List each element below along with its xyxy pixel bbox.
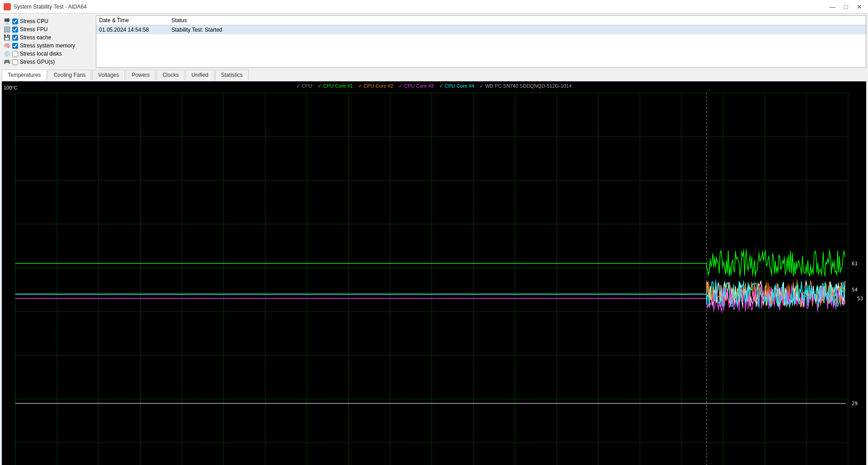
memory-icon-icon: 🧠	[4, 42, 10, 49]
aida64-icon	[4, 3, 11, 10]
tab-temperatures[interactable]: Temperatures	[2, 70, 47, 80]
stress-item-stress-disks: 💿 Stress local disks	[4, 50, 90, 58]
stress-fpu-label: Stress FPU	[20, 26, 47, 33]
top-section: 🖥️ Stress CPU 🔢 Stress FPU 💾 Stress cach…	[2, 15, 866, 68]
title-bar-left: System Stability Test - AIDA64	[4, 3, 87, 10]
checkbox-stress-disks[interactable]	[12, 51, 18, 57]
legend-item: ✓ CPU	[296, 83, 312, 89]
checkbox-stress-memory[interactable]	[12, 43, 18, 49]
cache-icon-icon: 💾	[4, 34, 10, 41]
tab-powers[interactable]: Powers	[126, 70, 156, 80]
minimize-button[interactable]: —	[827, 2, 837, 12]
legend-item: ✓ WD PC SN740 SDDQNQD-512G-1014	[479, 83, 571, 89]
cpu-icon-icon: 🖥️	[4, 18, 10, 24]
close-window-button[interactable]: ✕	[854, 2, 864, 12]
checkbox-stress-gpu[interactable]	[12, 59, 18, 65]
checkbox-stress-fpu[interactable]	[12, 27, 18, 33]
log-col-date-header: Date & Time	[99, 17, 171, 23]
tab-voltages[interactable]: Voltages	[92, 70, 125, 80]
stress-memory-label: Stress system memory	[20, 42, 75, 49]
charts-area: ✓ CPU✓ CPU Core #1✓ CPU Core #2✓ CPU Cor…	[2, 81, 866, 465]
temp-legend: ✓ CPU✓ CPU Core #1✓ CPU Core #2✓ CPU Cor…	[296, 83, 572, 89]
title-bar-controls: — □ ✕	[827, 2, 864, 12]
tab-statistics[interactable]: Statistics	[215, 70, 249, 80]
legend-item: ✓ CPU Core #4	[439, 83, 474, 89]
temp-canvas	[2, 81, 866, 465]
checkbox-stress-cache[interactable]	[12, 35, 18, 41]
tab-clocks[interactable]: Clocks	[157, 70, 185, 80]
legend-item: ✓ CPU Core #1	[318, 83, 352, 89]
disk-icon-icon: 💿	[4, 51, 10, 57]
stress-disks-label: Stress local disks	[20, 51, 62, 57]
temp-y-max: 100°C	[4, 85, 18, 90]
stress-cache-label: Stress cache	[20, 34, 51, 41]
stress-item-stress-fpu: 🔢 Stress FPU	[4, 25, 90, 33]
stress-gpu-label: Stress GPU(s)	[20, 59, 55, 65]
legend-item: ✓ CPU Core #2	[358, 83, 393, 89]
gpu-icon-icon: 🎮	[4, 59, 10, 65]
maximize-button[interactable]: □	[841, 2, 851, 12]
log-cell-date: 01.05.2024 14:54:58	[99, 27, 171, 33]
temperature-chart: ✓ CPU✓ CPU Core #1✓ CPU Core #2✓ CPU Cor…	[2, 81, 866, 465]
stress-item-stress-cpu: 🖥️ Stress CPU	[4, 17, 90, 25]
log-panel: Date & Time Status 01.05.2024 14:54:58 S…	[96, 15, 866, 68]
log-row: 01.05.2024 14:54:58 Stability Test: Star…	[96, 25, 866, 34]
tab-unified[interactable]: Unified	[185, 70, 214, 80]
stress-item-stress-gpu: 🎮 Stress GPU(s)	[4, 58, 90, 66]
log-col-status-header: Status	[171, 17, 863, 23]
stress-item-stress-cache: 💾 Stress cache	[4, 33, 90, 42]
main-content: 🖥️ Stress CPU 🔢 Stress FPU 💾 Stress cach…	[0, 14, 868, 465]
stress-item-stress-memory: 🧠 Stress system memory	[4, 42, 90, 50]
window-title: System Stability Test - AIDA64	[14, 4, 87, 10]
tabs-bar: TemperaturesCooling FansVoltagesPowersCl…	[2, 70, 866, 80]
stress-panel: 🖥️ Stress CPU 🔢 Stress FPU 💾 Stress cach…	[2, 15, 92, 68]
log-header: Date & Time Status	[96, 16, 866, 25]
title-bar: System Stability Test - AIDA64 — □ ✕	[0, 0, 868, 14]
checkbox-stress-cpu[interactable]	[12, 19, 18, 24]
fpu-icon-icon: 🔢	[4, 26, 10, 33]
stress-cpu-label: Stress CPU	[20, 18, 48, 24]
legend-item: ✓ CPU Core #3	[398, 83, 433, 89]
tab-cooling-fans[interactable]: Cooling Fans	[47, 70, 91, 80]
log-cell-status: Stability Test: Started	[171, 27, 863, 33]
